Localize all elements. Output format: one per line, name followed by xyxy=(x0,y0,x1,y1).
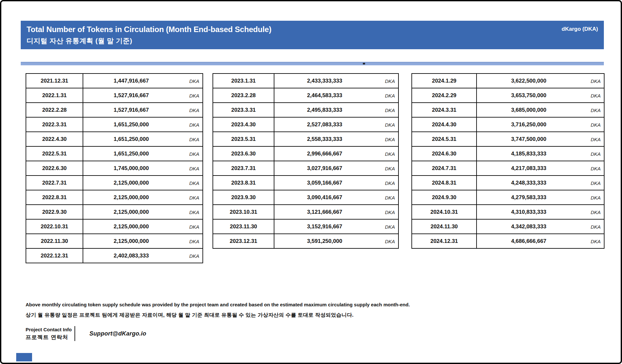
date-cell: 2024.10.31 xyxy=(412,205,477,219)
amount-cell: 1,651,250,000DKA xyxy=(83,146,203,161)
date-cell: 2024.6.30 xyxy=(412,146,477,161)
date-cell: 2022.12.31 xyxy=(26,248,83,263)
unit-label: DKA xyxy=(385,180,395,186)
date-cell: 2023.1.31 xyxy=(213,74,274,88)
token-amount: 2,125,000,000 xyxy=(83,238,202,245)
amount-cell: 3,622,500,000DKA xyxy=(477,74,604,88)
schedule-row: 2022.8.312,125,000,000DKA xyxy=(26,190,203,205)
schedule-row: 2024.3.313,685,000,000DKA xyxy=(412,103,604,117)
amount-cell: 1,651,250,000DKA xyxy=(83,132,203,146)
unit-label: DKA xyxy=(385,136,395,142)
contact-label-english: Project Contact Info xyxy=(26,326,75,333)
amount-cell: 3,152,916,667DKA xyxy=(274,219,398,234)
date-cell: 2023.6.30 xyxy=(213,146,274,161)
token-amount: 1,651,250,000 xyxy=(83,136,202,142)
unit-label: DKA xyxy=(189,78,199,84)
token-amount: 3,090,416,667 xyxy=(274,194,398,201)
date-cell: 2023.3.31 xyxy=(213,103,274,117)
token-amount: 2,125,000,000 xyxy=(83,180,202,186)
amount-cell: 3,685,000,000DKA xyxy=(477,103,604,117)
unit-label: DKA xyxy=(591,136,601,142)
amount-cell: 2,996,666,667DKA xyxy=(274,146,398,161)
token-amount: 1,527,916,667 xyxy=(83,92,202,99)
date-cell: 2021.12.31 xyxy=(26,74,83,88)
amount-cell: 1,651,250,000DKA xyxy=(83,117,203,132)
token-amount: 2,125,000,000 xyxy=(83,223,202,230)
unit-label: DKA xyxy=(385,165,395,171)
amount-cell: 4,342,083,333DKA xyxy=(477,219,604,234)
section-divider-bar xyxy=(21,62,604,65)
date-cell: 2023.4.30 xyxy=(213,117,274,132)
token-amount: 3,591,250,000 xyxy=(274,238,398,245)
amount-cell: 3,027,916,667DKA xyxy=(274,161,398,176)
schedule-row: 2023.4.302,527,083,333DKA xyxy=(213,117,398,132)
date-cell: 2024.4.30 xyxy=(412,117,477,132)
unit-label: DKA xyxy=(591,195,601,200)
token-amount: 3,027,916,667 xyxy=(274,165,398,172)
token-amount: 3,121,666,667 xyxy=(274,209,398,215)
contact-label-korean: 프로젝트 연락처 xyxy=(26,333,75,341)
footnote-english: Above monthly circulating token supply s… xyxy=(26,301,410,308)
token-amount: 4,185,833,333 xyxy=(477,151,604,157)
contact-section: Project Contact Info 프로젝트 연락처 Support@dK… xyxy=(26,326,146,341)
page-subtitle-korean: 디지털 자산 유통계획 (월 말 기준) xyxy=(27,35,271,47)
date-cell: 2022.5.31 xyxy=(26,146,83,161)
unit-label: DKA xyxy=(189,224,199,229)
amount-cell: 3,121,666,667DKA xyxy=(274,205,398,219)
schedule-row: 2021.12.311,447,916,667DKA xyxy=(26,74,203,88)
footnote-korean: 상기 월 유통량 일정은 프로젝트 팀에게 제공받은 자료이며, 해당 월 말 … xyxy=(26,311,410,319)
token-amount: 4,279,583,333 xyxy=(477,194,604,201)
unit-label: DKA xyxy=(591,78,601,84)
schedule-row: 2023.1.312,433,333,333DKA xyxy=(213,74,398,88)
unit-label: DKA xyxy=(189,151,199,156)
unit-label: DKA xyxy=(385,122,395,127)
unit-label: DKA xyxy=(189,122,199,127)
schedule-row: 2023.9.303,090,416,667DKA xyxy=(213,190,398,205)
schedule-row: 2022.3.311,651,250,000DKA xyxy=(26,117,203,132)
schedule-row: 2024.6.304,185,833,333DKA xyxy=(412,146,604,161)
schedule-row: 2022.10.312,125,000,000DKA xyxy=(26,219,203,234)
unit-label: DKA xyxy=(189,180,199,186)
schedule-row: 2022.5.311,651,250,000DKA xyxy=(26,146,203,161)
amount-cell: 3,747,500,000DKA xyxy=(477,132,604,146)
amount-cell: 4,185,833,333DKA xyxy=(477,146,604,161)
token-amount: 3,716,250,000 xyxy=(477,121,604,128)
schedule-row: 2023.10.313,121,666,667DKA xyxy=(213,205,398,219)
unit-label: DKA xyxy=(385,93,395,98)
token-amount: 3,685,000,000 xyxy=(477,107,604,113)
token-amount: 3,152,916,667 xyxy=(274,223,398,230)
token-amount: 2,125,000,000 xyxy=(83,194,202,201)
schedule-row: 2022.6.301,745,000,000DKA xyxy=(26,161,203,176)
schedule-row: 2024.1.293,622,500,000DKA xyxy=(412,74,604,88)
schedule-row: 2024.9.304,279,583,333DKA xyxy=(412,190,604,205)
date-cell: 2024.8.31 xyxy=(412,176,477,190)
unit-label: DKA xyxy=(385,107,395,113)
unit-label: DKA xyxy=(385,224,395,229)
token-amount: 1,651,250,000 xyxy=(83,121,202,128)
amount-cell: 1,527,916,667DKA xyxy=(83,103,203,117)
contact-divider-line xyxy=(75,326,75,341)
disclosure-page: Total Number of Tokens in Circulation (M… xyxy=(0,0,622,364)
schedule-table-2024: 2024.1.293,622,500,000DKA2024.2.293,653,… xyxy=(411,73,605,249)
token-amount: 2,464,583,333 xyxy=(274,92,398,99)
divider-ink-mark xyxy=(363,63,365,64)
date-cell: 2023.9.30 xyxy=(213,190,274,205)
date-cell: 2024.1.29 xyxy=(412,74,477,88)
date-cell: 2023.2.28 xyxy=(213,88,274,103)
unit-label: DKA xyxy=(591,151,601,156)
amount-cell: 4,217,083,333DKA xyxy=(477,161,604,176)
schedule-table-2021-2022: 2021.12.311,447,916,667DKA2022.1.311,527… xyxy=(26,73,203,263)
amount-cell: 2,495,833,333DKA xyxy=(274,103,398,117)
token-amount: 3,059,166,667 xyxy=(274,180,398,186)
amount-cell: 3,059,166,667DKA xyxy=(274,176,398,190)
token-amount: 4,686,666,667 xyxy=(477,238,604,245)
amount-cell: 1,447,916,667DKA xyxy=(83,74,203,88)
unit-label: DKA xyxy=(189,195,199,200)
amount-cell: 2,125,000,000DKA xyxy=(83,205,203,219)
token-amount: 2,996,666,667 xyxy=(274,151,398,157)
unit-label: DKA xyxy=(591,107,601,113)
date-cell: 2022.9.30 xyxy=(26,205,83,219)
schedule-row: 2023.2.282,464,583,333DKA xyxy=(213,88,398,103)
schedule-row: 2023.11.303,152,916,667DKA xyxy=(213,219,398,234)
amount-cell: 2,527,083,333DKA xyxy=(274,117,398,132)
